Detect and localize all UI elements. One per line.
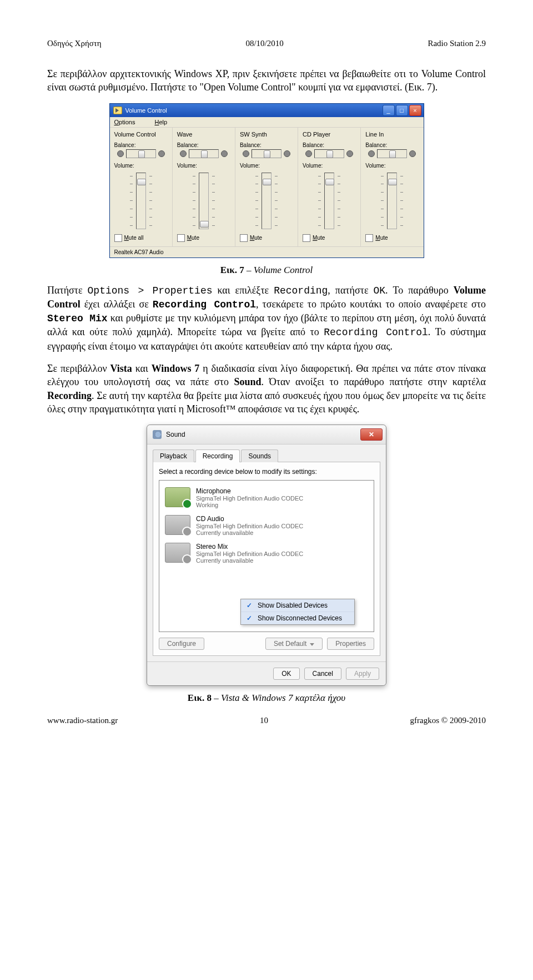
volume-slider[interactable] (255, 173, 278, 229)
configure-button[interactable]: Configure (159, 638, 204, 650)
paragraph-instructions: Πατήστε Options > Properties και επιλέξτ… (47, 284, 486, 353)
set-default-button[interactable]: Set Default (265, 638, 323, 650)
sound-titlebar[interactable]: Sound ✕ (147, 425, 386, 444)
soundcard-icon (165, 515, 190, 535)
channel-name: SW Synth (240, 131, 267, 138)
context-menu[interactable]: ✓Show Disabled Devices✓Show Disconnected… (240, 599, 355, 625)
sound-instruction: Select a recording device below to modif… (159, 468, 374, 476)
paragraph-vista: Σε περιβάλλον Vista και Windows 7 η διαδ… (47, 362, 486, 416)
paragraph-intro: Σε περιβάλλον αρχιτεκτονικής Windows XP,… (47, 67, 486, 94)
page-footer: www.radio-station.gr 10 gfragkos © 2009-… (47, 716, 486, 725)
balance-right-icon (409, 150, 416, 157)
vc-title: Volume Control (125, 107, 167, 114)
channel-name: CD Player (303, 131, 330, 138)
channel-name: Line In (365, 131, 384, 138)
speaker-icon (113, 107, 122, 114)
header-center: 08/10/2010 (245, 39, 283, 48)
balance-left-icon (117, 150, 124, 157)
vc-titlebar[interactable]: Volume Control _ □ × (110, 104, 424, 117)
balance-label: Balance: (365, 142, 387, 148)
sound-title: Sound (166, 431, 185, 438)
device-name: Stereo Mix (196, 543, 303, 550)
tab-recording[interactable]: Recording (195, 449, 240, 462)
soundcard-icon (165, 487, 190, 507)
vc-channel: CD PlayerBalance:Volume:Mute (298, 128, 361, 246)
close-button[interactable]: ✕ (360, 428, 383, 441)
vc-channel: SW SynthBalance:Volume:Mute (235, 128, 298, 246)
balance-right-icon (284, 150, 290, 157)
device-codec: SigmaTel High Definition Audio CODEC (196, 550, 303, 557)
device-row[interactable]: MicrophoneSigmaTel High Definition Audio… (159, 484, 374, 512)
page-header: Οδηγός Χρήστη 08/10/2010 Radio Station 2… (47, 39, 486, 48)
check-icon: ✓ (245, 614, 253, 622)
close-button[interactable]: × (409, 105, 421, 116)
context-menu-item[interactable]: ✓Show Disconnected Devices (241, 612, 354, 624)
maximize-button[interactable]: □ (396, 105, 408, 116)
mute-checkbox[interactable]: Mute (303, 234, 325, 242)
volume-label: Volume: (240, 163, 260, 169)
menu-options[interactable]: Options (114, 119, 144, 125)
balance-label: Balance: (240, 142, 262, 148)
channel-name: Volume Control (114, 131, 156, 138)
soundcard-icon (165, 543, 190, 563)
vc-channel: WaveBalance:Volume:Mute (173, 128, 235, 246)
vc-menubar: Options Help (110, 117, 424, 128)
vc-channel: Line InBalance:Volume:Mute (361, 128, 423, 246)
tab-sounds[interactable]: Sounds (241, 449, 278, 462)
chevron-down-icon (310, 643, 314, 646)
volume-label: Volume: (303, 163, 323, 169)
volume-slider[interactable] (318, 173, 340, 229)
sound-dialog: Sound ✕ PlaybackRecordingSounds Select a… (147, 425, 386, 686)
balance-left-icon (305, 150, 312, 157)
volume-label: Volume: (114, 163, 134, 169)
volume-label: Volume: (365, 163, 385, 169)
balance-right-icon (158, 150, 165, 157)
header-left: Οδηγός Χρήστη (47, 39, 102, 48)
balance-slider[interactable] (243, 149, 290, 158)
balance-left-icon (180, 150, 187, 157)
device-name: Microphone (196, 487, 303, 495)
footer-right: gfragkos © 2009-2010 (410, 716, 486, 725)
balance-slider[interactable] (117, 149, 165, 158)
figure-7-caption: Εικ. 7 – Volume Control (47, 265, 486, 276)
sound-tabs: PlaybackRecordingSounds (153, 449, 380, 462)
mute-checkbox[interactable]: Mute (240, 234, 262, 242)
balance-label: Balance: (177, 142, 199, 148)
device-status: Currently unavailable (196, 557, 303, 564)
header-right: Radio Station 2.9 (428, 39, 486, 48)
check-icon: ✓ (245, 602, 253, 609)
balance-right-icon (346, 150, 353, 157)
balance-left-icon (368, 150, 375, 157)
tab-playback[interactable]: Playback (153, 449, 194, 462)
apply-button[interactable]: Apply (346, 668, 379, 680)
device-row[interactable]: Stereo MixSigmaTel High Definition Audio… (159, 539, 374, 567)
channel-name: Wave (177, 131, 193, 138)
mute-checkbox[interactable]: Mute (365, 234, 388, 242)
volume-slider[interactable] (130, 173, 152, 229)
footer-center: 10 (260, 716, 268, 725)
balance-slider[interactable] (305, 149, 353, 158)
device-status: Working (196, 502, 303, 508)
figure-8-caption: Εικ. 8 – Vista & Windows 7 καρτέλα ήχου (47, 693, 486, 704)
device-list[interactable]: MicrophoneSigmaTel High Definition Audio… (159, 480, 374, 632)
balance-slider[interactable] (180, 149, 228, 158)
mute-all-checkbox[interactable]: Mute all (114, 234, 144, 242)
minimize-button[interactable]: _ (383, 105, 395, 116)
balance-slider[interactable] (368, 149, 416, 158)
volume-slider[interactable] (193, 173, 215, 229)
context-menu-item[interactable]: ✓Show Disabled Devices (241, 599, 354, 612)
mute-checkbox[interactable]: Mute (177, 234, 199, 242)
cancel-button[interactable]: Cancel (304, 668, 341, 680)
device-row[interactable]: CD AudioSigmaTel High Definition Audio C… (159, 512, 374, 539)
balance-right-icon (221, 150, 228, 157)
properties-button[interactable]: Properties (327, 638, 374, 650)
menu-help[interactable]: Help (154, 119, 176, 125)
sound-icon (153, 430, 162, 439)
vc-status-bar: Realtek AC97 Audio (110, 246, 424, 257)
volume-slider[interactable] (381, 173, 403, 229)
vc-channel: Volume ControlBalance:Volume:Mute all (110, 128, 173, 246)
ok-button[interactable]: OK (273, 668, 299, 680)
device-codec: SigmaTel High Definition Audio CODEC (196, 523, 303, 529)
balance-label: Balance: (303, 142, 324, 148)
device-codec: SigmaTel High Definition Audio CODEC (196, 495, 303, 502)
